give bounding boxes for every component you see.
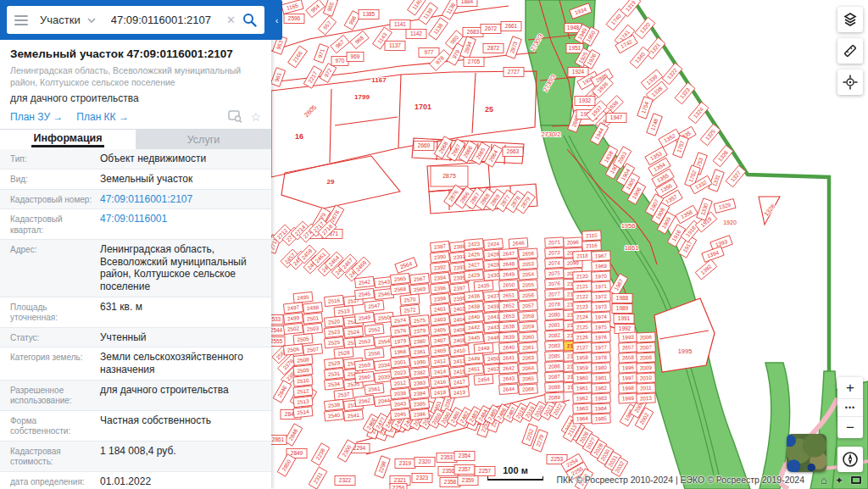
parcel-label[interactable]: 2643 — [499, 374, 519, 385]
parcel-label[interactable]: 1385 — [359, 10, 379, 19]
parcel-label[interactable]: 1748 — [647, 114, 663, 136]
parcel-label[interactable]: 2074 — [545, 258, 565, 268]
parcel-label[interactable]: 2569 — [409, 284, 429, 295]
parcel-label[interactable]: 1982 — [592, 383, 611, 393]
parcel-label[interactable]: 1981 — [592, 373, 611, 383]
parcel-label[interactable]: 1392 — [695, 259, 716, 280]
parcel-label[interactable]: 2650 — [499, 280, 519, 291]
parcel-label[interactable]: 2416 — [430, 376, 449, 387]
parcel-label[interactable]: 1799 — [354, 93, 370, 101]
parcel-label[interactable]: 1884 — [457, 0, 477, 7]
parcel-label[interactable]: 2417 — [449, 376, 469, 387]
parcel-label[interactable]: 2125 — [573, 322, 593, 332]
parcel-label[interactable]: 2575 — [409, 315, 429, 326]
parcel-label[interactable]: 2523 — [324, 326, 343, 337]
parcel-label[interactable]: 1967 — [592, 251, 611, 261]
parcel-label[interactable]: 2127 — [573, 342, 593, 353]
map-area[interactable]: 1165259695495595795321669612217971972970… — [271, 0, 868, 489]
parcel-label[interactable]: 2061 — [519, 342, 538, 353]
parcel-label[interactable]: 2549 — [354, 312, 374, 323]
parcel-label[interactable]: 2009 — [637, 363, 656, 373]
parcel-label[interactable]: 2311 — [309, 467, 327, 489]
parcel-label[interactable]: 2658 — [619, 353, 638, 363]
tab-services[interactable]: Услуги — [136, 130, 271, 149]
parcel-label[interactable]: 2043 — [390, 398, 409, 409]
parcel-label[interactable]: 2639 — [499, 331, 519, 342]
basemap-thumbnail[interactable] — [787, 434, 826, 472]
parcel-label[interactable]: 2574 — [390, 315, 409, 326]
parcel-label[interactable]: 1951 — [566, 44, 583, 53]
parcel-label[interactable]: 2007 — [637, 342, 656, 353]
parcel-label[interactable]: 2652 — [499, 301, 519, 312]
parcel-label[interactable]: 2071 — [545, 237, 565, 247]
parcel-label[interactable]: 1959 — [573, 363, 593, 373]
parcel-label[interactable]: 1960 — [573, 373, 593, 383]
parcel-label[interactable]: 2012 — [390, 377, 409, 388]
parcel-label[interactable]: 2644 — [499, 384, 519, 395]
parcel-label[interactable]: 2403 — [430, 314, 449, 325]
zoom-more-button[interactable]: ••• — [837, 398, 863, 417]
parcel-label[interactable]: 2086 — [545, 361, 565, 371]
window-icon[interactable] — [851, 476, 861, 484]
parcel-label[interactable]: 2540 — [324, 410, 343, 421]
parcel-label[interactable]: 2066 — [519, 384, 538, 395]
parcel-label[interactable]: 2013 — [637, 393, 656, 403]
parcel-label[interactable]: 957 — [318, 16, 336, 35]
parcel-label[interactable]: 2379 — [409, 325, 429, 336]
parcel-label[interactable]: 2407 — [430, 335, 449, 346]
parcel-label[interactable]: 2322 — [335, 476, 355, 486]
parcel-label[interactable]: 2121 — [573, 281, 593, 292]
parcel-label[interactable]: 2528 — [334, 347, 353, 358]
parcel-label[interactable]: 2448 — [474, 343, 493, 354]
parcel-label[interactable]: 2531 — [324, 368, 343, 379]
parcel-label[interactable]: 1331 — [709, 169, 725, 192]
parcel-label[interactable]: 2507 — [303, 344, 322, 355]
parcel-label[interactable]: 2436 — [465, 291, 484, 302]
parcel-label[interactable]: 2525 — [324, 337, 343, 348]
parcel-label[interactable]: 2057 — [519, 301, 538, 312]
parcel-label[interactable]: 2058 — [519, 311, 538, 322]
parcel-label[interactable]: 954 — [306, 0, 325, 18]
parcel-label[interactable]: 1988 — [612, 294, 632, 303]
parcel-label[interactable]: 1972 — [592, 292, 611, 302]
parcel-label[interactable]: 1979 — [390, 336, 409, 347]
parcel-label[interactable]: 2565 — [390, 273, 409, 284]
parcel-label[interactable]: 955 — [323, 0, 337, 16]
parcel-label[interactable]: 2358 — [440, 478, 460, 487]
parcel-label[interactable]: 2505 — [293, 334, 313, 345]
parcel-label[interactable]: 2568 — [390, 284, 409, 295]
parcel-label[interactable]: 1167 — [371, 76, 387, 84]
parcel-label[interactable]: 2730/2 — [542, 131, 561, 138]
parcel-label[interactable]: 2419 — [449, 387, 469, 398]
parcel-label[interactable]: 1977 — [592, 342, 611, 353]
sidebar-collapse-button[interactable]: ‹ — [271, 0, 282, 40]
parcel-label[interactable]: 970 — [331, 57, 348, 66]
parcel-label[interactable]: 2538 — [324, 399, 343, 410]
parcel-label[interactable]: 2513 — [293, 396, 313, 407]
search-category[interactable]: Участки — [40, 14, 81, 26]
parcel-label[interactable]: 1142 — [406, 30, 426, 39]
parcel-label[interactable]: 25 — [485, 105, 493, 114]
parcel-label[interactable]: 1924 — [568, 68, 588, 77]
parcel-label[interactable]: 2846 — [273, 381, 292, 403]
parcel-label[interactable]: 2123 — [573, 302, 593, 312]
parcel-label[interactable]: 1971 — [592, 281, 611, 292]
parcel-label[interactable]: 1969 — [592, 261, 611, 271]
parcel-label[interactable]: 2529 — [324, 358, 343, 369]
tab-information[interactable]: Информация — [0, 130, 136, 149]
parcel-label[interactable]: 2354 — [454, 452, 475, 461]
zoom-in-button[interactable]: + — [837, 377, 863, 398]
parcel-label[interactable]: 2118 — [573, 251, 593, 261]
parcel-label[interactable]: 2875 — [431, 166, 468, 186]
parcel-label[interactable]: 967 — [331, 35, 349, 53]
parcel-label[interactable]: 2053 — [519, 258, 538, 270]
plan-zu-link[interactable]: План ЗУ → — [10, 111, 63, 123]
parcel-label[interactable]: 2646 — [509, 238, 528, 249]
parcel-label[interactable]: 2081 — [545, 320, 565, 331]
parcel-label[interactable]: 2519 — [334, 306, 353, 317]
parcel-label[interactable]: 2562 — [354, 395, 374, 406]
parcel-label[interactable]: 2116 — [582, 241, 602, 251]
parcel-label[interactable]: 1999 — [619, 393, 638, 403]
parcel-label[interactable]: 2641 — [499, 353, 519, 364]
parcel-label[interactable]: 2657 — [619, 342, 638, 353]
